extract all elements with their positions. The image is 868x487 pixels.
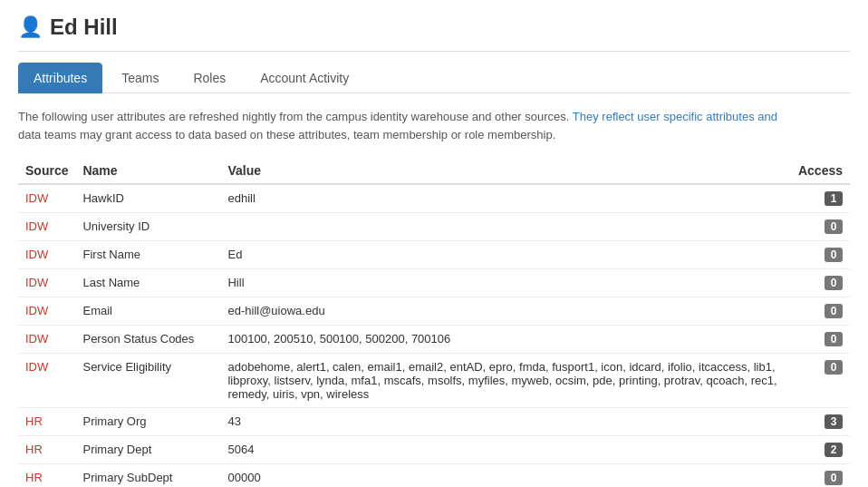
col-header-access: Access	[786, 158, 850, 184]
cell-access: 0	[786, 297, 850, 326]
cell-source: IDW	[18, 241, 75, 269]
cell-name: Primary Org	[75, 408, 220, 436]
access-badge: 2	[825, 443, 843, 457]
cell-name: Primary Dept	[75, 436, 220, 464]
page-title: Ed Hill	[50, 15, 118, 40]
tab-account-activity[interactable]: Account Activity	[245, 63, 364, 93]
cell-name: First Name	[75, 241, 220, 269]
tab-attributes[interactable]: Attributes	[18, 63, 102, 93]
info-text-highlight: They reflect user specific attributes an…	[569, 110, 777, 123]
access-badge: 3	[825, 414, 843, 429]
access-badge: 0	[825, 471, 843, 485]
cell-name: Primary SubDept	[75, 464, 220, 488]
tab-roles[interactable]: Roles	[178, 63, 241, 93]
cell-name: Last Name	[75, 269, 220, 297]
cell-source: IDW	[18, 326, 75, 354]
cell-source: IDW	[18, 184, 75, 213]
cell-value: 5064	[220, 436, 786, 464]
cell-source: HR	[18, 408, 75, 436]
access-badge: 0	[825, 304, 843, 318]
cell-access: 0	[786, 241, 850, 269]
cell-name: Person Status Codes	[75, 326, 220, 354]
table-row: IDWLast NameHill0	[18, 269, 850, 297]
cell-value: edhill	[220, 184, 786, 213]
info-text: The following user attributes are refres…	[18, 108, 850, 143]
cell-name: Service Eligibility	[75, 354, 220, 408]
table-row: IDWEmailed-hill@uiowa.edu0	[18, 297, 850, 326]
cell-value	[220, 213, 786, 241]
cell-name: HawkID	[75, 184, 220, 213]
cell-name: Email	[75, 297, 220, 326]
access-badge: 0	[825, 276, 843, 290]
cell-value: Ed	[220, 241, 786, 269]
info-text-normal-2: data teams may grant access to data base…	[18, 128, 555, 141]
info-text-normal-1: The following user attributes are refres…	[18, 110, 569, 123]
cell-access: 0	[786, 464, 850, 488]
table-row: HRPrimary SubDept000000	[18, 464, 850, 488]
cell-source: IDW	[18, 213, 75, 241]
cell-source: IDW	[18, 297, 75, 326]
attributes-table: Source Name Value Access IDWHawkIDedhill…	[18, 158, 850, 487]
cell-value: 43	[220, 408, 786, 436]
col-header-name: Name	[75, 158, 220, 184]
cell-access: 0	[786, 326, 850, 354]
col-header-source: Source	[18, 158, 75, 184]
access-badge: 0	[825, 332, 843, 346]
cell-source: IDW	[18, 354, 75, 408]
table-row: IDWFirst NameEd0	[18, 241, 850, 269]
cell-value: ed-hill@uiowa.edu	[220, 297, 786, 326]
tab-bar: AttributesTeamsRolesAccount Activity	[18, 63, 850, 93]
access-badge: 0	[825, 219, 843, 234]
table-row: HRPrimary Dept50642	[18, 436, 850, 464]
table-row: HRPrimary Org433	[18, 408, 850, 436]
cell-access: 0	[786, 213, 850, 241]
cell-value: 00000	[220, 464, 786, 488]
cell-source: HR	[18, 436, 75, 464]
cell-access: 0	[786, 354, 850, 408]
cell-value: Hill	[220, 269, 786, 297]
cell-access: 3	[786, 408, 850, 436]
cell-value: adobehome, alert1, calen, email1, email2…	[220, 354, 786, 408]
access-badge: 0	[825, 360, 843, 375]
cell-source: IDW	[18, 269, 75, 297]
cell-source: HR	[18, 464, 75, 488]
cell-name: University ID	[75, 213, 220, 241]
access-badge: 1	[825, 191, 843, 206]
access-badge: 0	[825, 248, 843, 262]
page-header: 👤 Ed Hill	[18, 15, 850, 52]
table-row: IDWHawkIDedhill1	[18, 184, 850, 213]
col-header-value: Value	[220, 158, 786, 184]
table-row: IDWUniversity ID0	[18, 213, 850, 241]
user-icon: 👤	[18, 15, 43, 39]
tab-teams[interactable]: Teams	[106, 63, 174, 93]
cell-access: 1	[786, 184, 850, 213]
cell-value: 100100, 200510, 500100, 500200, 700106	[220, 326, 786, 354]
table-row: IDWPerson Status Codes100100, 200510, 50…	[18, 326, 850, 354]
cell-access: 2	[786, 436, 850, 464]
cell-access: 0	[786, 269, 850, 297]
table-row: IDWService Eligibilityadobehome, alert1,…	[18, 354, 850, 408]
